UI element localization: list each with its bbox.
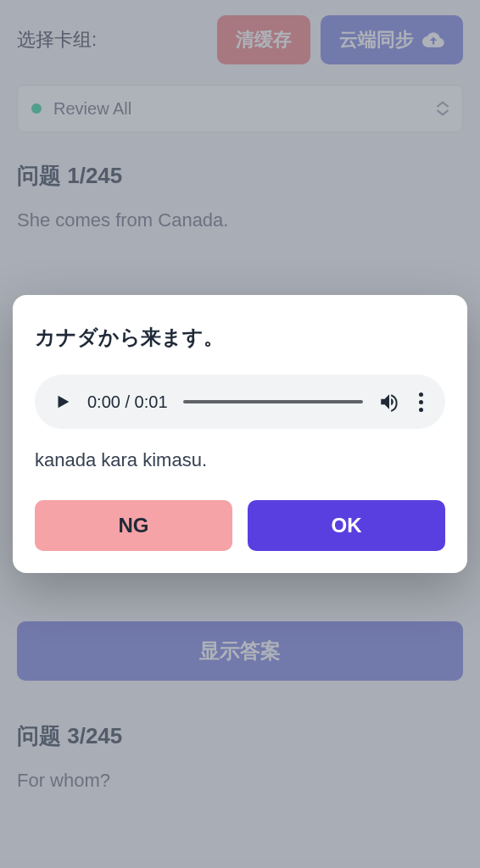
ng-button[interactable]: NG <box>35 500 232 551</box>
audio-player: 0:00 / 0:01 <box>35 375 445 429</box>
play-button[interactable] <box>53 392 72 411</box>
audio-time: 0:00 / 0:01 <box>87 392 168 412</box>
audio-progress[interactable] <box>183 400 363 403</box>
romaji-text: kanada kara kimasu. <box>35 449 445 471</box>
ok-button[interactable]: OK <box>248 500 445 551</box>
modal-overlay[interactable]: カナダから来ます。 0:00 / 0:01 kanada kara kimasu… <box>0 0 480 868</box>
ok-label: OK <box>332 514 362 537</box>
answer-title: カナダから来ます。 <box>35 324 445 351</box>
volume-icon[interactable] <box>378 391 400 413</box>
ng-label: NG <box>119 514 149 537</box>
audio-more-button[interactable] <box>416 392 427 412</box>
modal-actions: NG OK <box>35 500 445 551</box>
answer-modal: カナダから来ます。 0:00 / 0:01 kanada kara kimasu… <box>13 295 467 573</box>
